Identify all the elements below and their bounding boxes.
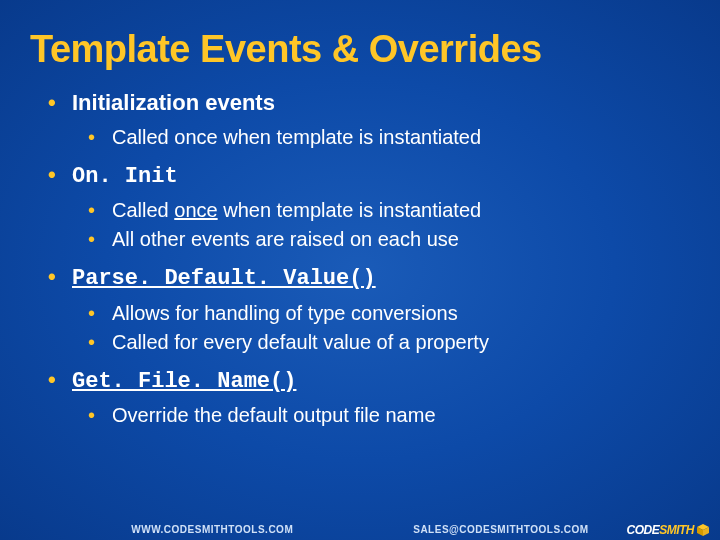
sub-item: Override the default output file name (88, 402, 690, 429)
bullet-item: On. InitCalled once when template is ins… (48, 161, 690, 254)
underlined-word: once (174, 199, 217, 221)
bullet-label: Parse. Default. Value() (72, 266, 376, 291)
bullet-item: Parse. Default. Value()Allows for handli… (48, 263, 690, 356)
sub-list: Called once when template is instantiate… (88, 197, 690, 253)
sub-item: Called once when template is instantiate… (88, 124, 690, 151)
bullet-list: Initialization eventsCalled once when te… (48, 89, 690, 429)
bullet-label: Initialization events (72, 90, 275, 115)
sub-item: Called once when template is instantiate… (88, 197, 690, 224)
logo-prefix: CODE (626, 523, 659, 537)
footer-url: WWW.CODESMITHTOOLS.COM (131, 524, 293, 535)
slide-title: Template Events & Overrides (30, 28, 690, 71)
sub-list: Override the default output file name (88, 402, 690, 429)
footer-email: SALES@CODESMITHTOOLS.COM (413, 524, 588, 535)
cube-icon (696, 523, 710, 537)
bullet-label: Get. File. Name() (72, 369, 296, 394)
logo-text: CODESMITH (626, 523, 694, 537)
logo-suffix: SMITH (659, 523, 694, 537)
footer: WWW.CODESMITHTOOLS.COM SALES@CODESMITHTO… (0, 518, 720, 540)
logo: CODESMITH (626, 523, 710, 537)
bullet-item: Get. File. Name()Override the default ou… (48, 366, 690, 430)
sub-list: Called once when template is instantiate… (88, 124, 690, 151)
bullet-item: Initialization eventsCalled once when te… (48, 89, 690, 151)
sub-item: All other events are raised on each use (88, 226, 690, 253)
slide: Template Events & Overrides Initializati… (0, 0, 720, 540)
sub-item: Allows for handling of type conversions (88, 300, 690, 327)
sub-list: Allows for handling of type conversionsC… (88, 300, 690, 356)
sub-item: Called for every default value of a prop… (88, 329, 690, 356)
bullet-label: On. Init (72, 164, 178, 189)
